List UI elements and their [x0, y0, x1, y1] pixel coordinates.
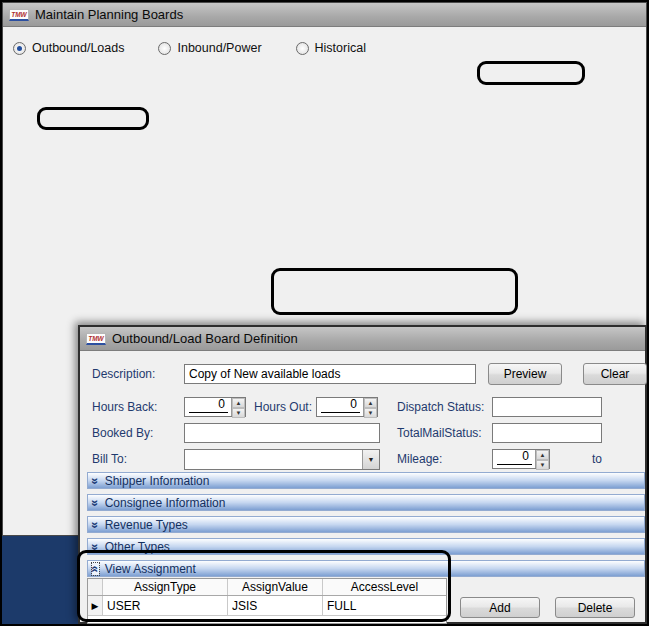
- hours-back-value: 0: [189, 400, 228, 413]
- mileage-to-label: to: [592, 452, 602, 466]
- bill-to-value: [185, 450, 362, 469]
- spinner-buttons[interactable]: ▲▼: [231, 398, 245, 416]
- bill-to-label: Bill To:: [92, 452, 127, 466]
- mileage-label: Mileage:: [397, 452, 442, 466]
- chevron-down-icon: [89, 543, 101, 550]
- section-view-assignment[interactable]: View Assignment: [87, 560, 645, 577]
- hours-out-value: 0: [321, 400, 360, 413]
- chevron-down-icon: [89, 521, 101, 528]
- section-label: Other Types: [105, 540, 170, 554]
- description-input[interactable]: [184, 364, 476, 384]
- hours-back-stepper[interactable]: 0 ▲▼: [184, 397, 246, 417]
- chevron-down-icon: [89, 499, 101, 506]
- main-window-title: Maintain Planning Boards: [35, 7, 183, 22]
- view-assignment-grid: AssignType AssignValue AccessLevel ▶ USE…: [87, 578, 447, 624]
- spin-up-icon[interactable]: ▲: [232, 398, 245, 408]
- column-header-assigntype[interactable]: AssignType: [103, 579, 228, 595]
- assigntype-cell: USER: [103, 596, 228, 615]
- description-label: Description:: [92, 367, 155, 381]
- mileage-stepper[interactable]: 0 ▲▼: [492, 449, 550, 469]
- assignment-header-row: AssignType AssignValue AccessLevel: [88, 579, 446, 596]
- selector-header: [88, 579, 103, 595]
- spin-down-icon[interactable]: ▼: [364, 408, 377, 418]
- dialog-title: Outbound/Load Board Definition: [112, 331, 298, 346]
- hours-back-label: Hours Back:: [92, 400, 157, 414]
- assignment-row[interactable]: ▶ USER JSIS FULL: [88, 596, 446, 616]
- outbound-load-board-definition-dialog: TMW Outbound/Load Board Definition Descr…: [78, 325, 647, 624]
- dialog-titlebar[interactable]: TMW Outbound/Load Board Definition: [80, 327, 645, 351]
- booked-by-label: Booked By:: [92, 426, 153, 440]
- section-consignee-information[interactable]: Consignee Information: [87, 494, 645, 511]
- mileage-value: 0: [497, 452, 532, 465]
- board-type-radio-group: Outbound/Loads Inbound/Power Historical: [13, 41, 366, 55]
- add-button[interactable]: Add: [460, 597, 540, 618]
- section-revenue-types[interactable]: Revenue Types: [87, 516, 645, 533]
- radio-icon: [158, 42, 171, 55]
- radio-label: Historical: [315, 41, 366, 55]
- clear-button[interactable]: Clear: [583, 363, 647, 385]
- assignment-empty-row: [88, 616, 446, 623]
- current-row-marker-icon: ▶: [88, 596, 103, 615]
- radio-historical[interactable]: Historical: [296, 41, 366, 55]
- section-label: View Assignment: [105, 562, 196, 576]
- radio-outbound-loads[interactable]: Outbound/Loads: [13, 41, 124, 55]
- spinner-buttons[interactable]: ▲▼: [363, 398, 377, 416]
- tmw-logo-icon: TMW: [9, 9, 29, 21]
- section-other-types[interactable]: Other Types: [87, 538, 645, 555]
- radio-inbound-power[interactable]: Inbound/Power: [158, 41, 261, 55]
- column-header-assignvalue[interactable]: AssignValue: [228, 579, 323, 595]
- dropdown-arrow-icon[interactable]: ▼: [362, 450, 379, 469]
- radio-icon: [296, 42, 309, 55]
- tmw-logo-icon: TMW: [86, 333, 106, 345]
- hours-out-stepper[interactable]: 0 ▲▼: [316, 397, 378, 417]
- section-shipper-information[interactable]: Shipper Information: [87, 472, 645, 489]
- preview-button[interactable]: Preview: [488, 363, 562, 385]
- spin-down-icon[interactable]: ▼: [232, 408, 245, 418]
- radio-selected-icon: [13, 42, 26, 55]
- column-header-accesslevel[interactable]: AccessLevel: [323, 579, 446, 595]
- dispatch-status-label: Dispatch Status:: [397, 400, 484, 414]
- spin-up-icon[interactable]: ▲: [364, 398, 377, 408]
- assignvalue-cell: JSIS: [228, 596, 323, 615]
- chevron-up-icon: [92, 563, 99, 575]
- main-titlebar[interactable]: TMW Maintain Planning Boards: [3, 3, 646, 27]
- screenshot-root: TMW Maintain Planning Boards Outbound/Lo…: [0, 0, 649, 626]
- desktop-background: [2, 536, 78, 624]
- total-mail-status-input[interactable]: [492, 423, 602, 443]
- radio-label: Inbound/Power: [177, 41, 261, 55]
- spin-down-icon[interactable]: ▼: [536, 460, 549, 470]
- chevron-down-icon: [89, 477, 101, 484]
- section-label: Shipper Information: [105, 474, 210, 488]
- delete-button[interactable]: Delete: [555, 597, 635, 618]
- booked-by-input[interactable]: [184, 423, 380, 443]
- radio-label: Outbound/Loads: [32, 41, 124, 55]
- section-label: Revenue Types: [105, 518, 188, 532]
- accesslevel-cell: FULL: [323, 596, 446, 615]
- bill-to-combobox[interactable]: ▼: [184, 449, 380, 470]
- section-label: Consignee Information: [105, 496, 226, 510]
- spinner-buttons[interactable]: ▲▼: [535, 450, 549, 468]
- dispatch-status-input[interactable]: [492, 397, 602, 417]
- spin-up-icon[interactable]: ▲: [536, 450, 549, 460]
- hours-out-label: Hours Out:: [254, 400, 312, 414]
- total-mail-status-label: TotalMailStatus:: [397, 426, 482, 440]
